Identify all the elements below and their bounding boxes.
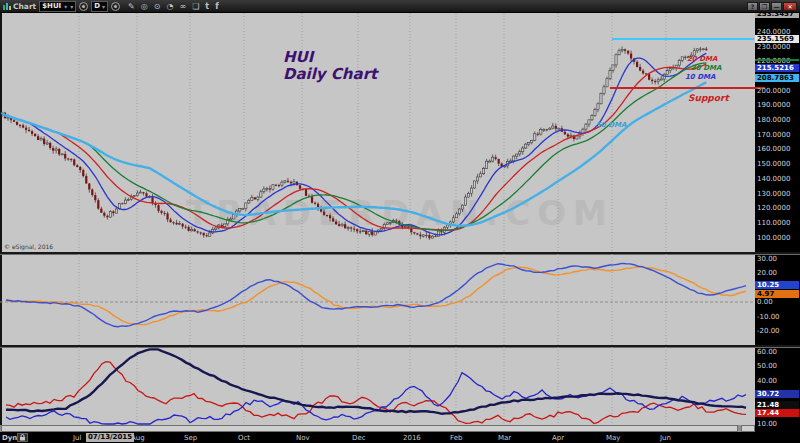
axis-tick-label: 150.0000 (757, 160, 790, 168)
axis-marker-label: 17.44 (755, 409, 799, 417)
scrollbar-button[interactable] (741, 425, 755, 432)
axis-marker-label: 215.5216 (755, 64, 799, 72)
window-controls: ?❐—✕ (747, 2, 797, 11)
axis-tick-label: -20.00 (757, 327, 780, 335)
axis-marker-label: 21.48 (755, 401, 799, 409)
axis-tick-label: 170.0000 (757, 131, 790, 139)
axis-marker-label: 30.72 (755, 390, 799, 398)
symbol-dropdown-icon[interactable]: ▾ (70, 2, 73, 11)
chart-area: TRADERDAN.COM HUI Daily Chart Support 20… (0, 13, 800, 443)
pencil-icon[interactable]: ✎ (128, 0, 135, 13)
axis-marker-label: 4.97 (755, 290, 799, 298)
dma30-label: 30 DMA (691, 64, 721, 72)
facebook-icon[interactable]: f (215, 0, 218, 13)
axis-tick-label: 0.00 (757, 298, 773, 306)
dma30-axis-marker (755, 59, 799, 61)
lock-icon (19, 434, 26, 441)
scrollbar-thumb[interactable] (1, 425, 738, 432)
symbol-sparkle-icon: ✦ (63, 2, 68, 11)
chat-icon[interactable]: ❏ (192, 0, 199, 13)
dma20-label: 20 DMA (687, 55, 717, 63)
symbol-input[interactable]: $HUI ✦ ▾ (39, 1, 76, 12)
axis-tick-label: 200.0000 (757, 87, 790, 95)
help-button[interactable]: ? (747, 2, 758, 11)
axis-tick-label: -10.00 (757, 313, 780, 321)
time-axis-label: Mar (498, 434, 511, 442)
time-axis-label: Feb (450, 434, 462, 442)
axis-marker-label: 235.1569 (755, 35, 799, 43)
axis-tick-label: 190.0000 (757, 101, 790, 109)
time-axis-label: Jul (73, 434, 81, 442)
axis-tick-label: 100.0000 (757, 234, 790, 242)
axis-tick-label: 130.0000 (757, 190, 790, 198)
close-button[interactable]: ✕ (783, 2, 797, 11)
clock-icon[interactable]: ◔ (167, 0, 174, 13)
interval-input[interactable]: D ▾ (91, 1, 108, 12)
interval-dropdown-icon[interactable]: ▾ (102, 2, 105, 11)
axis-marker-label: 208.7863 (755, 74, 799, 82)
dyn-label: Dyn (2, 434, 17, 442)
chart-title-annotation: HUI Daily Chart (283, 49, 377, 83)
time-axis-label: Apr (552, 434, 564, 442)
axis-tick-label: 30.00 (757, 255, 777, 263)
symbol-value: $HUI (42, 2, 61, 11)
plot-svg[interactable] (0, 13, 755, 425)
link-icon[interactable]: ∞ (179, 0, 186, 13)
axis-tick-label: 40.00 (757, 377, 777, 385)
app-chip: Chart (3, 2, 36, 11)
time-axis-label: Jun (660, 434, 671, 442)
time-axis-label: Dec (352, 434, 366, 442)
axis-tick-label: 60.00 (757, 348, 777, 356)
target-icon[interactable]: ⊙ (154, 0, 161, 13)
interval-value: D (94, 2, 100, 11)
horizontal-scrollbar[interactable] (0, 425, 755, 432)
interval-apply-icon[interactable] (111, 2, 120, 11)
axis-tick-label: 10.00 (757, 420, 777, 428)
axis-tick-label: 230.0000 (757, 43, 790, 51)
symbol-apply-icon[interactable] (79, 2, 88, 11)
time-axis-label: Oct (238, 434, 250, 442)
minimize-button[interactable]: — (771, 2, 782, 11)
restore-button[interactable]: ❐ (759, 2, 770, 11)
chart-app-icon (3, 2, 11, 10)
app-title: Chart (13, 2, 36, 11)
axis-tick-label: 110.0000 (757, 219, 790, 227)
support-label: Support (688, 93, 729, 103)
dma10-label: 10 DMA (685, 73, 715, 81)
axis-tick-label: 180.0000 (757, 116, 790, 124)
axis-marker-label: 10.25 (755, 281, 799, 289)
price-axis[interactable]: 240.0000230.0000220.0000200.0000190.0000… (755, 13, 800, 432)
esignal-credit: © eSignal, 2016 (4, 243, 53, 250)
axis-tick-label: 140.0000 (757, 175, 790, 183)
dma50-label: 50 DMA (596, 121, 626, 129)
axis-tick-label: 120.0000 (757, 204, 790, 212)
time-axis-label: Nov (296, 434, 310, 442)
date-marker-box: 07/13/2015 (86, 433, 134, 442)
chart-window: Chart $HUI ✦ ▾ D ▾ ✎◎⊙◔∞❏tf ?❐—✕ TRADERD… (0, 0, 800, 443)
title-bar: Chart $HUI ✦ ▾ D ▾ ✎◎⊙◔∞❏tf ?❐—✕ (0, 0, 800, 13)
time-axis-label: 2016 (403, 434, 421, 442)
twitter-icon[interactable]: t (205, 0, 209, 13)
lock-button[interactable] (17, 433, 28, 442)
axis-tick-label: 20.00 (757, 269, 777, 277)
time-axis-label: Sep (184, 434, 197, 442)
axis-tick-label: 160.0000 (757, 145, 790, 153)
toolbar-icons: ✎◎⊙◔∞❏tf (128, 0, 219, 13)
time-axis[interactable]: Dyn JulAugSepOctNovDec2016FebMarAprMayJu… (0, 432, 800, 443)
refresh-icon[interactable]: ◎ (141, 0, 148, 13)
time-axis-label: May (606, 434, 620, 442)
axis-tick-label: 50.00 (757, 362, 777, 370)
